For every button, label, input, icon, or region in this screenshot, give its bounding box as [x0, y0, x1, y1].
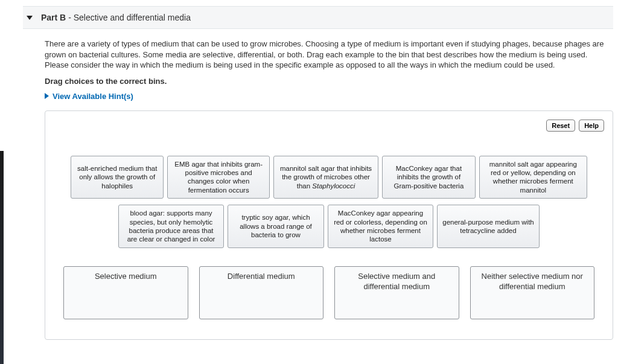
caret-down-icon [27, 16, 33, 20]
draggable-chip[interactable]: tryptic soy agar, which allows a broad r… [228, 205, 324, 248]
draggable-chip[interactable]: mannitol salt agar that inhibits the gro… [273, 156, 378, 199]
help-button[interactable]: Help [579, 120, 604, 132]
draggable-chip[interactable]: MacConkey agar that inhibits the growth … [382, 156, 475, 199]
draggable-chip[interactable]: general-purpose medium with tetracycline… [437, 205, 540, 248]
chip-text-italic: Staphylococci [312, 182, 355, 190]
draggable-chip[interactable]: salt-enriched medium that only allows th… [71, 156, 164, 199]
drop-bin-both[interactable]: Selective medium and differential medium [334, 266, 459, 319]
draggable-chip[interactable]: EMB agar that inhibits gram-positive mic… [167, 156, 269, 199]
part-subtitle: Selective and differential media [74, 13, 191, 22]
part-title: Part B - Selective and differential medi… [41, 13, 191, 22]
window-edge-decoration [0, 151, 4, 364]
instruction-text: Drag choices to the correct bins. [45, 77, 613, 86]
bin-title: Selective medium and differential medium [335, 272, 459, 292]
reset-button[interactable]: Reset [546, 120, 575, 132]
draggable-chip[interactable]: MacConkey agar appearing red or colorles… [328, 205, 433, 248]
draggable-chip[interactable]: blood agar: supports many species, but o… [118, 205, 224, 248]
part-label: Part B [41, 13, 66, 22]
drag-drop-activity: Reset Help salt-enriched medium that onl… [45, 110, 613, 340]
bin-title: Differential medium [200, 272, 323, 282]
drop-bin-selective[interactable]: Selective medium [63, 266, 188, 319]
intro-text: There are a variety of types of medium t… [45, 39, 612, 71]
drop-bin-neither[interactable]: Neither selective medium nor differentia… [470, 266, 595, 319]
hints-label: View Available Hint(s) [53, 92, 133, 101]
bin-title: Selective medium [64, 272, 188, 282]
draggable-chip[interactable]: mannitol salt agar appearing red or yell… [479, 156, 587, 199]
view-hints-link[interactable]: View Available Hint(s) [45, 92, 133, 101]
part-header[interactable]: Part B - Selective and differential medi… [23, 6, 613, 29]
drop-bin-differential[interactable]: Differential medium [199, 266, 324, 319]
caret-right-icon [45, 93, 49, 99]
bin-title: Neither selective medium nor differentia… [471, 272, 594, 292]
